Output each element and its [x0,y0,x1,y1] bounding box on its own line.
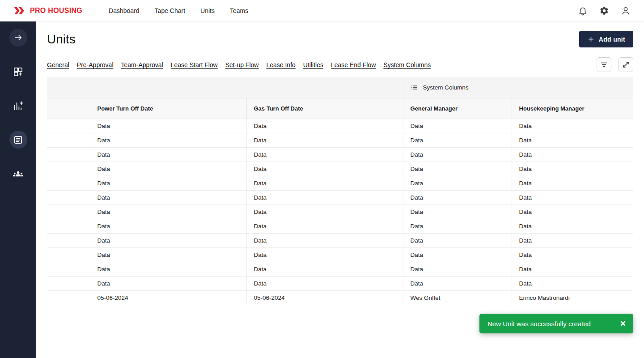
nav-item-teams[interactable]: Teams [230,7,248,14]
table-row[interactable]: DataDataDataData [47,190,633,205]
tab-general[interactable]: General [47,61,69,68]
row-head-cell [47,247,90,262]
table-body: DataDataDataDataDataDataDataDataDataData… [47,119,633,305]
row-head-cell [47,119,90,133]
table-row[interactable]: DataDataDataData [47,247,633,262]
add-unit-label: Add unit [599,36,625,43]
units-list-icon [13,135,23,145]
cell: Data [246,219,403,233]
cell: Data [403,176,512,190]
tab-set-up-flow[interactable]: Set-up Flow [225,61,259,68]
units-table: System Columns Power Turn Off DateGas Tu… [47,77,633,305]
top-navigation: Dashboard Tape Chart Units Teams [109,7,248,14]
gear-icon[interactable] [599,6,609,16]
cell: Data [246,119,403,133]
sidebar-expand-button[interactable] [9,29,27,47]
row-head-cell [47,219,90,233]
tab-team-approval[interactable]: Team-Approval [121,61,163,68]
cell: Data [246,233,403,247]
logo[interactable]: PRO HOUSING [13,6,82,16]
cell: Data [90,205,246,219]
cell: Enrico Mastronardi [512,290,633,305]
tab-lease-end-flow[interactable]: Lease End Flow [331,61,376,68]
group-spacer [47,77,403,98]
cell: Data [403,233,512,247]
table-row[interactable]: DataDataDataData [47,133,633,147]
sidebar-item-dashboard[interactable] [9,63,27,81]
sidebar-item-tape-chart[interactable] [9,97,27,115]
row-head-cell [47,233,90,247]
tabs: GeneralPre-ApprovalTeam-ApprovalLease St… [47,61,431,68]
column-group-row: System Columns [47,77,633,98]
cell: Data [90,119,246,133]
table-row[interactable]: DataDataDataData [47,147,633,162]
cell: Data [403,219,512,233]
add-chart-icon [13,101,23,111]
row-head-cell [47,162,90,176]
cell: Data [90,219,246,233]
cell: 05-06-2024 [90,290,246,305]
cell: Data [90,133,246,147]
cell: Data [246,162,403,176]
arrow-right-icon [14,33,23,42]
cell: Data [512,133,633,147]
row-head-cell [47,290,90,305]
cell: Data [246,190,403,205]
teams-people-icon [13,169,23,179]
table-row[interactable]: DataDataDataData [47,233,633,247]
topbar-actions [578,6,631,16]
nav-item-tape-chart[interactable]: Tape Chart [155,7,185,14]
table-row[interactable]: DataDataDataData [47,176,633,190]
bell-icon[interactable] [578,6,588,16]
close-icon[interactable]: ✕ [620,320,626,328]
cell: Data [403,205,512,219]
nav-item-dashboard[interactable]: Dashboard [109,7,140,14]
tab-lease-start-flow[interactable]: Lease Start Flow [171,61,218,68]
cell: Data [403,119,512,133]
table-row[interactable]: DataDataDataData [47,162,633,176]
tab-system-columns[interactable]: System Columns [383,61,431,68]
filter-button[interactable] [597,57,611,72]
cell: Data [90,262,246,276]
cell: Data [246,176,403,190]
system-columns-group-header: System Columns [403,77,633,98]
cell: Data [403,133,512,147]
sidebar-item-units[interactable] [9,131,27,149]
sidebar-nav [9,63,27,183]
table-row[interactable]: DataDataDataData [47,119,633,133]
cell: Data [512,233,633,247]
column-header-row: Power Turn Off DateGas Turn Off DateGene… [47,98,633,119]
row-head-cell [47,276,90,290]
cell: Data [403,262,512,276]
cell: Data [512,190,633,205]
nav-item-units[interactable]: Units [200,7,215,14]
row-head-cell [47,147,90,162]
table-row[interactable]: DataDataDataData [47,276,633,290]
dashboard-grid-icon [13,67,23,77]
cell: Data [403,147,512,162]
cell: Data [90,162,246,176]
cell: Data [246,147,403,162]
table-row[interactable]: DataDataDataData [47,262,633,276]
cell: Data [90,233,246,247]
sidebar-item-teams[interactable] [9,165,27,183]
table-row[interactable]: 05-06-202405-06-2024Wes GriffetEnrico Ma… [47,290,633,305]
cell: Wes Griffet [403,290,512,305]
toast-message: New Unit was successfully created [487,320,591,328]
success-toast: New Unit was successfully created ✕ [479,314,633,333]
cell: Data [90,176,246,190]
cell: Data [246,247,403,262]
cell: Data [403,190,512,205]
cell: Data [246,205,403,219]
table-row[interactable]: DataDataDataData [47,205,633,219]
cell: Data [512,262,633,276]
page-title: Units [47,32,76,47]
expand-button[interactable] [619,57,633,72]
tab-pre-approval[interactable]: Pre-Approval [77,61,114,68]
profile-icon[interactable] [621,6,631,16]
add-unit-button[interactable]: Add unit [579,31,633,47]
tab-lease-info[interactable]: Lease Info [266,61,295,68]
toc-icon [411,84,418,91]
table-row[interactable]: DataDataDataData [47,219,633,233]
tab-utilities[interactable]: Utilities [303,61,323,68]
